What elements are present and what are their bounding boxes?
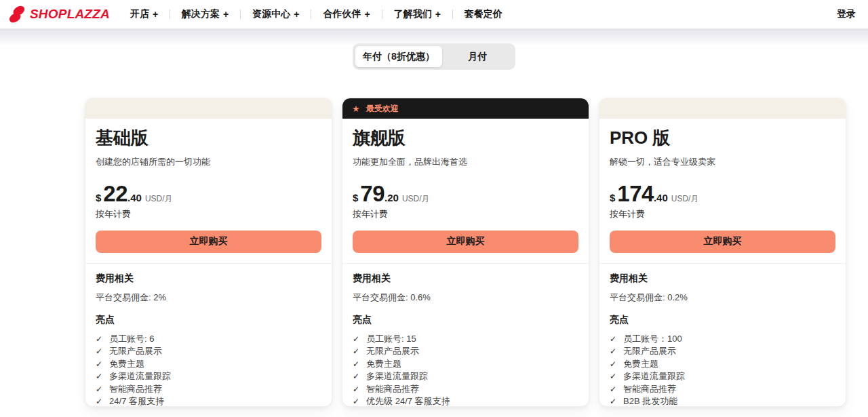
check-icon: ✓ <box>610 383 616 396</box>
nav-item-about[interactable]: 了解我们 + <box>393 8 442 20</box>
check-icon: ✓ <box>96 333 102 346</box>
feature-item: ✓智能商品推荐 <box>353 383 578 396</box>
check-icon: ✓ <box>610 345 616 358</box>
feature-item: ✓免费主题 <box>96 358 321 371</box>
card-divider <box>85 263 332 264</box>
feature-item: ✓24/7 客服支持 <box>96 395 321 407</box>
nav-divider <box>170 9 170 19</box>
commission-line: 平台交易佣金: 0.6% <box>353 292 578 304</box>
nav-item-resources[interactable]: 资源中心 + <box>251 8 300 20</box>
plus-icon: + <box>153 9 158 20</box>
feature-item: ✓无限产品展示 <box>610 345 835 358</box>
plan-price: $ 22 .40 USD/月 <box>96 182 321 205</box>
fees-section-title: 费用相关 <box>96 273 321 285</box>
toggle-monthly[interactable]: 月付 <box>442 46 513 67</box>
plan-description: 解锁一切，适合专业级卖家 <box>610 156 835 168</box>
logo-wordmark: SHOPLAZZA <box>30 7 110 22</box>
shoplazza-logo-icon <box>7 4 27 24</box>
buy-now-button[interactable]: 立即购买 <box>353 231 578 253</box>
price-integer: 79 <box>360 182 384 205</box>
nav-item-open-store[interactable]: 开店 + <box>129 8 159 20</box>
plan-price: $ 79 .20 USD/月 <box>353 182 578 205</box>
currency-symbol: $ <box>96 192 101 203</box>
card-divider <box>599 263 846 264</box>
feature-item: ✓多渠道流量跟踪 <box>353 370 578 383</box>
feature-item: ✓无限产品展示 <box>96 345 321 358</box>
price-decimal: .40 <box>127 192 142 203</box>
feature-item: ✓员工账号：100 <box>610 333 835 346</box>
highlights-section-title: 亮点 <box>610 314 835 326</box>
feature-item: ✓员工账号: 6 <box>96 333 321 346</box>
price-integer: 22 <box>103 182 127 205</box>
price-integer: 174 <box>617 182 654 205</box>
billing-note: 按年计费 <box>96 208 321 220</box>
check-icon: ✓ <box>610 333 616 346</box>
plan-name: PRO 版 <box>610 128 835 148</box>
highlights-section-title: 亮点 <box>96 314 321 326</box>
plan-description: 创建您的店铺所需的一切功能 <box>96 156 321 168</box>
billing-note: 按年计费 <box>610 208 835 220</box>
feature-item: ✓智能商品推荐 <box>96 383 321 396</box>
shoplazza-logo[interactable]: SHOPLAZZA <box>7 4 110 24</box>
price-unit: USD/月 <box>402 193 430 205</box>
buy-now-button[interactable]: 立即购买 <box>96 231 321 253</box>
nav-item-pricing[interactable]: 套餐定价 <box>463 8 504 20</box>
main-nav: 开店 + 解决方案 + 资源中心 + 合作伙伴 + 了解我们 + 套餐定价 <box>129 8 504 20</box>
check-icon: ✓ <box>353 358 359 371</box>
nav-divider <box>382 9 382 19</box>
check-icon: ✓ <box>96 370 102 383</box>
feature-item: ✓多渠道流量跟踪 <box>96 370 321 383</box>
check-icon: ✓ <box>610 370 616 383</box>
plan-price: $ 174 .40 USD/月 <box>610 182 835 205</box>
commission-line: 平台交易佣金: 0.2% <box>610 292 835 304</box>
feature-item: ✓免费主题 <box>610 358 835 371</box>
plan-card-basic: 基础版 创建您的店铺所需的一切功能 $ 22 .40 USD/月 按年计费 立即… <box>85 98 332 407</box>
card-top-strip <box>599 98 846 119</box>
feature-item: ✓无限产品展示 <box>353 345 578 358</box>
plan-card-flagship: ★ 最受欢迎 旗舰版 功能更加全面，品牌出海首选 $ 79 .20 USD/月 … <box>342 98 589 407</box>
currency-symbol: $ <box>610 192 615 203</box>
star-icon: ★ <box>352 104 360 113</box>
feature-item: ✓免费主题 <box>353 358 578 371</box>
price-unit: USD/月 <box>671 193 699 205</box>
plan-name: 基础版 <box>96 128 321 148</box>
plan-card-pro: PRO 版 解锁一切，适合专业级卖家 $ 174 .40 USD/月 按年计费 … <box>599 98 846 407</box>
billing-cycle-toggle: 年付（8折优惠） 月付 <box>353 43 515 70</box>
plus-icon: + <box>294 9 299 20</box>
nav-divider <box>240 9 241 19</box>
top-nav-bar: SHOPLAZZA 开店 + 解决方案 + 资源中心 + 合作伙伴 + 了解我们… <box>0 0 868 28</box>
card-top-strip <box>85 98 332 119</box>
plus-icon: + <box>364 9 370 20</box>
login-link[interactable]: 登录 <box>837 8 856 20</box>
feature-item: ✓多渠道流量跟踪 <box>610 370 835 383</box>
feature-item: ✓员工账号: 15 <box>353 333 578 346</box>
nav-item-partners[interactable]: 合作伙伴 + <box>321 8 371 20</box>
check-icon: ✓ <box>610 395 616 407</box>
commission-line: 平台交易佣金: 2% <box>96 292 321 304</box>
plan-name: 旗舰版 <box>353 128 578 148</box>
check-icon: ✓ <box>96 395 102 407</box>
feature-item: ✓智能商品推荐 <box>610 383 835 396</box>
check-icon: ✓ <box>353 370 359 383</box>
price-decimal: .20 <box>384 192 399 203</box>
toggle-annual[interactable]: 年付（8折优惠） <box>355 46 442 67</box>
fees-section-title: 费用相关 <box>353 273 578 285</box>
popular-badge-label: 最受欢迎 <box>366 103 399 115</box>
plus-icon: + <box>435 9 441 20</box>
highlights-section-title: 亮点 <box>353 314 578 326</box>
price-unit: USD/月 <box>145 193 173 205</box>
check-icon: ✓ <box>96 358 102 371</box>
nav-item-solutions[interactable]: 解决方案 + <box>180 8 230 20</box>
check-icon: ✓ <box>353 383 359 396</box>
check-icon: ✓ <box>353 395 359 407</box>
plus-icon: + <box>223 9 229 20</box>
pricing-cards: 基础版 创建您的店铺所需的一切功能 $ 22 .40 USD/月 按年计费 立即… <box>85 98 846 407</box>
check-icon: ✓ <box>96 383 102 396</box>
buy-now-button[interactable]: 立即购买 <box>610 231 835 253</box>
popular-badge: ★ 最受欢迎 <box>342 98 589 119</box>
nav-divider <box>452 9 453 19</box>
check-icon: ✓ <box>353 345 359 358</box>
feature-item: ✓B2B 批发功能 <box>610 395 835 407</box>
currency-symbol: $ <box>353 192 358 203</box>
feature-item: ✓优先级 24/7 客服支持 <box>353 395 578 407</box>
